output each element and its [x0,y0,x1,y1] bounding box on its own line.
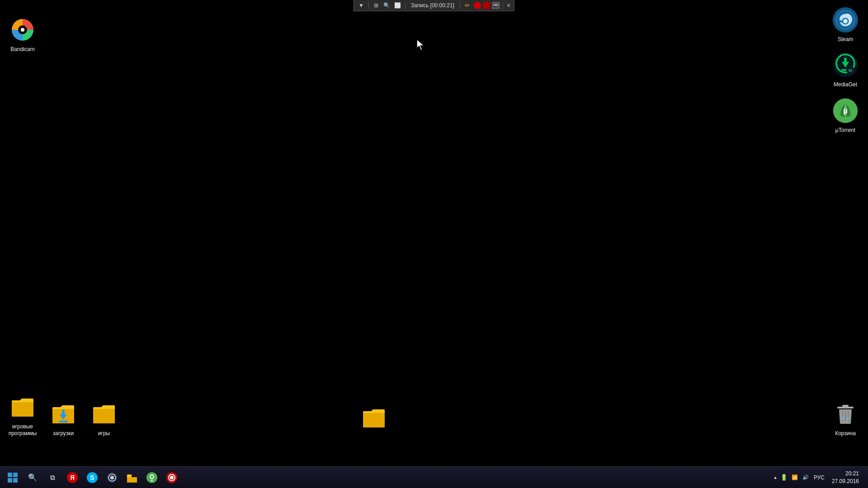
folder-personal-icon[interactable]: личное [362,408,386,438]
toolbar-divider-3 [460,2,460,9]
mouse-cursor [416,38,427,53]
system-tray: ▲ 🔋 📶 🔊 РУС 20:21 27.09.2016 [773,470,864,485]
taskbar: 🔍 ⧉ Я S [0,466,868,488]
utorrent-svg: μ [832,98,859,124]
toolbar-fullscreen-btn[interactable]: ⊞ [372,1,381,10]
taskbar-skype-btn[interactable]: S [83,469,101,487]
steam-svg [832,6,859,33]
svg-text:Я: Я [70,474,75,481]
svg-point-4 [843,19,847,23]
toolbar-rec-btn[interactable] [474,2,481,9]
folder-games-programs-label: игровые программы [9,423,37,436]
steam-label: Steam [838,36,854,42]
mediaget-label: MediaGet [834,81,857,88]
svg-rect-17 [837,407,854,408]
svg-line-19 [842,411,843,422]
folder-games-programs[interactable]: игровые программы [5,391,41,438]
svg-marker-22 [417,39,424,50]
folder-personal-svg [362,408,386,428]
toolbar-stop-btn[interactable] [483,2,490,9]
folder-personal-label: личное [362,430,386,438]
toolbar-divider-1 [368,2,369,9]
svg-rect-8 [844,58,846,64]
toolbar-pencil-btn[interactable]: ✏ [463,1,472,10]
taskbar-maps-btn[interactable] [143,469,161,487]
recycle-bin-img [831,399,860,428]
language-indicator[interactable]: РУС [812,474,826,481]
clock-date: 27.09.2016 [832,478,859,485]
bandicam-desktop-icon[interactable]: Bandicam [5,14,41,54]
svg-rect-32 [127,477,137,483]
toolbar-divider-4 [503,2,503,9]
windows-logo [8,473,18,483]
folder-downloads[interactable]: загрузки [45,398,81,438]
taskbar-browser-btn[interactable]: Я [63,469,81,487]
svg-point-35 [151,475,153,478]
svg-rect-15 [62,410,65,415]
clock-time: 20:21 [832,470,859,478]
folder-downloads-label: загрузки [53,430,74,436]
svg-text:S: S [90,474,94,481]
tray-expand-btn[interactable]: ▲ [773,475,778,480]
folder-games-programs-icon [8,393,37,422]
bandicam-svg [11,18,34,42]
folder-downloads-icon [49,399,78,428]
utorrent-desktop-icon[interactable]: μ µTorrent [827,94,863,135]
recycle-bin-svg [834,402,857,426]
folder-games-svg [11,397,34,418]
bandicam-icon-img [8,15,37,44]
tray-battery-icon[interactable]: 🔋 [779,473,788,482]
bottom-left-icons: игровые программы загрузки игры [5,391,122,438]
folder-personal-img [362,408,386,430]
mediaget-icon-img: M [831,51,860,80]
svg-text:M: M [849,68,852,73]
mediaget-desktop-icon[interactable]: M MediaGet [827,49,863,89]
svg-line-21 [848,411,849,422]
recycle-bin-label: Корзина [835,430,856,436]
svg-text:μ: μ [843,106,848,114]
taskbar-record-btn[interactable] [163,469,181,487]
toolbar-region-btn[interactable]: ⬜ [393,1,402,10]
mediaget-svg: M [832,52,859,78]
toolbar-camera-btn[interactable]: 📷 [492,2,500,9]
steam-icon-img [831,5,860,34]
tray-volume-icon[interactable]: 🔊 [801,473,810,482]
taskbar-taskview-btn[interactable]: ⧉ [43,469,61,487]
svg-point-29 [110,476,114,479]
folder-games-icon [90,399,118,428]
toolbar-divider-2 [405,2,406,9]
tray-network-icon[interactable]: 📶 [790,473,799,482]
start-button[interactable] [4,469,22,487]
svg-rect-18 [842,405,849,407]
taskbar-steam-btn[interactable] [103,469,121,487]
folder-games-label: игры [98,430,110,436]
taskbar-search-btn[interactable]: 🔍 [24,469,42,487]
taskbar-explorer-btn[interactable] [123,469,141,487]
bandicam-label: Bandicam [10,46,34,52]
toolbar-close-btn[interactable]: × [506,2,511,9]
folder-downloads-svg [52,404,75,424]
utorrent-label: µTorrent [835,127,855,133]
svg-point-2 [21,28,24,32]
toolbar-dropdown-btn[interactable]: ▼ [357,1,366,10]
record-label: Запись [00:00:21] [408,2,457,9]
steam-desktop-icon[interactable]: Steam [827,4,863,44]
utorrent-icon-img: μ [831,96,860,125]
folder-games-svg2 [92,404,116,424]
right-sidebar: Steam M MediaGet [827,0,863,135]
bandicam-toolbar: ▼ ⊞ 🔍 ⬜ Запись [00:00:21] ✏ 📷 × [354,0,514,11]
svg-rect-16 [59,421,68,422]
folder-games[interactable]: игры [86,398,122,438]
recycle-bin-icon[interactable]: Корзина [827,398,863,438]
system-clock[interactable]: 20:21 27.09.2016 [828,470,863,485]
toolbar-zoom-btn[interactable]: 🔍 [382,1,392,10]
svg-point-38 [170,476,174,479]
